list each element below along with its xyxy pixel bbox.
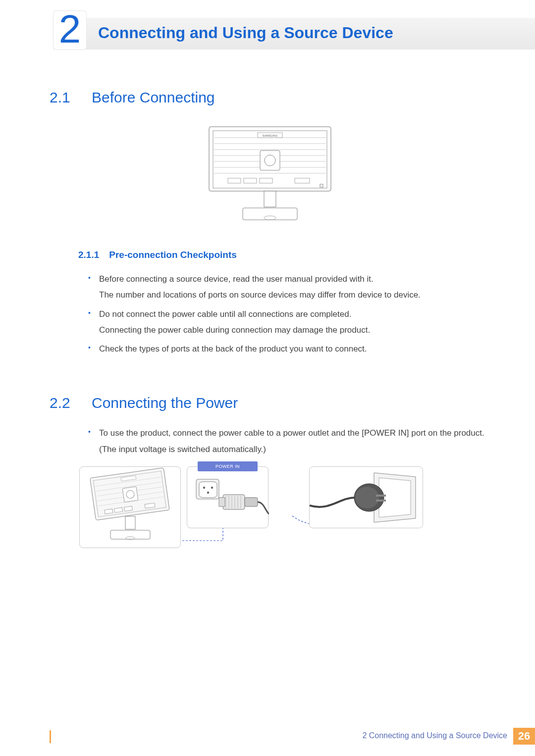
svg-point-39	[211, 487, 213, 489]
section-title: Connecting the Power	[92, 395, 238, 411]
page-content: 2.1 Before Connecting SAMSUNG	[50, 89, 490, 548]
bullet-text-sub: Connecting the power cable during connec…	[99, 322, 490, 338]
footer: 2 Connecting and Using a Source Device 2…	[50, 729, 535, 744]
section-number: 2.1	[50, 89, 77, 106]
chapter-number: 2	[59, 9, 81, 49]
list-item: To use the product, connect the power ca…	[88, 425, 490, 457]
svg-rect-41	[223, 495, 245, 509]
list-item: Check the types of ports at the back of …	[88, 341, 490, 357]
svg-rect-13	[244, 178, 257, 183]
preconnection-bullets: Before connecting a source device, read …	[88, 271, 490, 357]
power-bullets: To use the product, connect the power ca…	[88, 425, 490, 457]
svg-point-51	[355, 487, 379, 508]
section-number: 2.2	[50, 395, 77, 411]
svg-point-11	[265, 155, 275, 166]
subsection-number: 2.1.1	[78, 250, 99, 260]
footer-text: 2 Connecting and Using a Source Device	[362, 731, 507, 740]
svg-rect-31	[114, 507, 123, 512]
bullet-text-sub: The number and locations of ports on sou…	[99, 287, 490, 303]
svg-rect-42	[219, 498, 225, 506]
svg-rect-14	[260, 178, 272, 183]
bullet-text: To use the product, connect the power ca…	[99, 428, 484, 454]
bullet-text: Check the types of ports at the back of …	[99, 344, 367, 353]
panel-power-port-wrap: POWER IN	[187, 466, 268, 548]
chapter-title: Connecting and Using a Source Device	[98, 24, 393, 42]
section-2-2-header: 2.2 Connecting the Power	[50, 395, 490, 411]
svg-rect-17	[264, 191, 276, 207]
figure-monitor-rear: SAMSUNG	[50, 126, 490, 225]
svg-rect-53	[376, 500, 386, 502]
bullet-text: Do not connect the power cable until all…	[99, 309, 351, 319]
list-item: Before connecting a source device, read …	[88, 271, 490, 303]
svg-rect-34	[125, 516, 135, 529]
chapter-badge: 2	[54, 11, 86, 50]
page-number: 26	[518, 730, 530, 743]
page-number-badge: 26	[513, 728, 535, 745]
panel-monitor-back	[79, 466, 181, 548]
bullet-text: Before connecting a source device, read …	[99, 274, 374, 284]
svg-rect-35	[110, 530, 150, 539]
section-2-1-header: 2.1 Before Connecting	[50, 89, 490, 106]
svg-rect-28	[122, 487, 138, 503]
power-in-label: POWER IN	[198, 461, 258, 471]
svg-point-38	[203, 487, 205, 489]
monitor-rear-illustration: SAMSUNG	[208, 126, 332, 225]
svg-rect-43	[245, 498, 258, 506]
panel-wall-outlet	[309, 466, 423, 528]
svg-rect-32	[124, 506, 133, 511]
subsection-2-1-1-header: 2.1.1 Pre-connection Checkpoints	[78, 250, 490, 260]
svg-rect-30	[105, 509, 113, 514]
svg-rect-52	[376, 495, 386, 497]
svg-rect-12	[228, 178, 241, 183]
svg-point-40	[207, 492, 209, 494]
subsection-title: Pre-connection Checkpoints	[109, 250, 237, 260]
list-item: Do not connect the power cable until all…	[88, 306, 490, 339]
panel-power-port	[187, 466, 268, 528]
footer-accent-bar	[50, 730, 51, 743]
svg-rect-15	[295, 178, 310, 183]
section-title: Before Connecting	[92, 89, 215, 106]
svg-rect-18	[243, 208, 297, 220]
brand-label: SAMSUNG	[263, 134, 278, 137]
figure-power-connection: POWER IN	[79, 466, 490, 548]
